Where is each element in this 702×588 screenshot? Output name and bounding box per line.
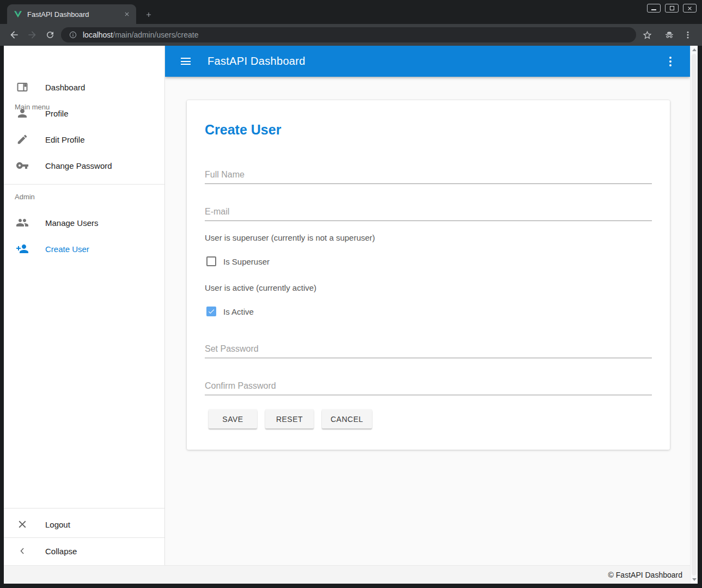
sidebar-item-logout[interactable]: Logout <box>4 511 164 537</box>
browser-menu-kebab-icon[interactable] <box>681 28 694 41</box>
app-bar-title: FastAPI Dashboard <box>207 55 306 68</box>
email-input[interactable] <box>205 203 652 221</box>
checkbox-unchecked-icon <box>206 256 216 266</box>
reset-button[interactable]: RESET <box>265 409 314 428</box>
sidebar-item-dashboard[interactable]: Dashboard <box>4 74 164 100</box>
window-maximize-button[interactable] <box>665 4 679 13</box>
info-icon <box>69 30 77 39</box>
is-superuser-checkbox[interactable]: Is Superuser <box>206 256 270 267</box>
sidebar-item-label: Profile <box>45 109 69 118</box>
sidebar-item-change-password[interactable]: Change Password <box>4 152 164 179</box>
app-bar-kebab-icon[interactable] <box>664 55 677 68</box>
dashboard-icon <box>16 81 29 94</box>
incognito-icon <box>663 28 676 41</box>
browser-tab[interactable]: FastAPI Dashboard <box>7 4 136 24</box>
url-text: localhost/main/admin/users/create <box>83 30 198 39</box>
checkbox-label: Is Active <box>223 307 254 316</box>
sidebar-item-label: Logout <box>45 520 70 529</box>
forward-button[interactable] <box>26 28 39 41</box>
email-field-wrap <box>205 203 652 221</box>
sidebar-section-admin: Admin <box>15 193 35 201</box>
chevron-left-icon <box>16 544 29 558</box>
sidebar: Main menu Dashboard Profile Edit Profile… <box>4 46 165 565</box>
minimize-icon <box>651 9 656 10</box>
person-icon <box>16 107 29 120</box>
maximize-icon <box>670 6 674 10</box>
close-x-icon <box>16 518 29 531</box>
is-active-checkbox[interactable]: Is Active <box>206 306 254 317</box>
cancel-button[interactable]: CANCEL <box>322 409 372 428</box>
bookmark-star-icon[interactable] <box>640 28 654 41</box>
browser-toolbar: localhost/main/admin/users/create <box>0 24 702 46</box>
sidebar-item-label: Manage Users <box>45 218 99 228</box>
sidebar-item-profile[interactable]: Profile <box>4 100 164 126</box>
checkbox-label: Is Superuser <box>223 257 270 266</box>
sidebar-item-label: Create User <box>45 244 89 254</box>
sidebar-item-create-user[interactable]: Create User <box>4 236 164 262</box>
vue-favicon-icon <box>14 10 22 19</box>
browser-titlebar: FastAPI Dashboard <box>0 0 702 24</box>
password-field-wrap <box>205 340 652 358</box>
window-close-button[interactable] <box>683 4 697 13</box>
sidebar-item-label: Collapse <box>45 547 77 556</box>
scroll-down-icon[interactable] <box>692 578 697 581</box>
full-name-input[interactable] <box>205 166 652 184</box>
form-actions: SAVE RESET CANCEL <box>209 409 372 428</box>
create-user-card: Create User User is superuser (currently… <box>187 100 670 450</box>
set-password-input[interactable] <box>205 340 652 358</box>
confirm-password-field-wrap <box>205 377 652 395</box>
copyright-text: © FastAPI Dashboard <box>608 571 682 579</box>
key-icon <box>16 159 29 172</box>
tab-title: FastAPI Dashboard <box>27 10 122 19</box>
sidebar-divider <box>4 508 164 509</box>
sidebar-item-label: Dashboard <box>45 83 85 92</box>
checkbox-checked-icon <box>206 307 216 316</box>
confirm-password-input[interactable] <box>205 377 652 395</box>
sidebar-item-collapse[interactable]: Collapse <box>4 538 164 564</box>
active-hint: User is active (currently active) <box>205 283 316 292</box>
reload-button[interactable] <box>44 28 57 41</box>
sidebar-item-manage-users[interactable]: Manage Users <box>4 210 164 236</box>
pencil-icon <box>16 133 29 146</box>
close-icon <box>687 5 693 11</box>
app-bar: FastAPI Dashboard <box>165 46 690 77</box>
sidebar-divider <box>4 184 164 185</box>
page-viewport: Main menu Dashboard Profile Edit Profile… <box>4 46 698 584</box>
address-bar[interactable]: localhost/main/admin/users/create <box>61 27 636 42</box>
page-scrollbar[interactable] <box>690 46 698 584</box>
people-icon <box>16 216 29 229</box>
save-button[interactable]: SAVE <box>209 409 257 428</box>
scroll-up-icon[interactable] <box>692 48 697 51</box>
sidebar-item-edit-profile[interactable]: Edit Profile <box>4 126 164 152</box>
tab-close-icon[interactable] <box>122 9 132 19</box>
sidebar-item-label: Change Password <box>45 161 112 170</box>
page-footer: © FastAPI Dashboard <box>4 565 690 584</box>
menu-hamburger-icon[interactable] <box>179 55 192 68</box>
back-button[interactable] <box>8 28 21 41</box>
page-title: Create User <box>205 122 281 138</box>
window-minimize-button[interactable] <box>647 4 661 13</box>
full-name-field-wrap <box>205 166 652 184</box>
sidebar-item-label: Edit Profile <box>45 135 85 144</box>
scrollbar-thumb[interactable] <box>692 54 697 575</box>
person-add-icon <box>16 242 29 255</box>
new-tab-button[interactable] <box>142 8 155 21</box>
superuser-hint: User is superuser (currently is not a su… <box>205 233 375 242</box>
